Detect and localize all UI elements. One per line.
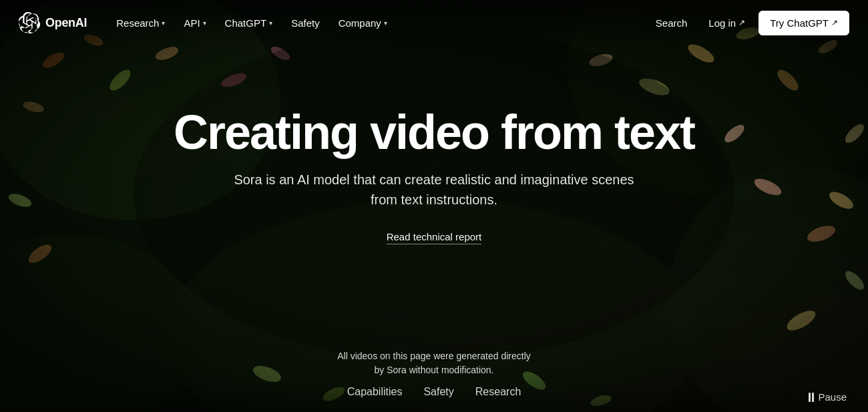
nav-links: Research ▾ API ▾ ChatGPT ▾ Safety Compan…	[108, 12, 648, 34]
hero-section: OpenAI Research ▾ API ▾ ChatGPT ▾ Safety…	[0, 0, 868, 412]
nav-actions: Search Log in ↗ Try ChatGPT ↗	[648, 11, 849, 35]
pause-label: Pause	[818, 391, 847, 403]
hero-subtitle: Sora is an AI model that can create real…	[227, 170, 641, 210]
nav-safety[interactable]: Safety	[283, 12, 328, 34]
pause-icon	[809, 393, 814, 402]
bottom-tabs: Capabilities Safety Research	[347, 382, 521, 403]
nav-company[interactable]: Company ▾	[331, 12, 395, 34]
navigation: OpenAI Research ▾ API ▾ ChatGPT ▾ Safety…	[0, 0, 868, 45]
company-chevron-icon: ▾	[384, 19, 387, 27]
nav-chatgpt[interactable]: ChatGPT ▾	[217, 12, 281, 34]
try-chatgpt-button[interactable]: Try ChatGPT ↗	[758, 11, 849, 35]
research-chevron-icon: ▾	[162, 19, 165, 27]
search-button[interactable]: Search	[648, 12, 696, 34]
login-arrow-icon: ↗	[738, 18, 745, 27]
api-chevron-icon: ▾	[203, 19, 206, 27]
nav-api[interactable]: API ▾	[176, 12, 214, 34]
tab-safety[interactable]: Safety	[423, 382, 453, 403]
logo-text: OpenAI	[45, 16, 87, 30]
try-arrow-icon: ↗	[831, 18, 838, 27]
hero-content: Creating video from text Sora is an AI m…	[147, 108, 721, 285]
nav-research[interactable]: Research ▾	[108, 12, 173, 34]
pause-button[interactable]: Pause	[809, 391, 847, 403]
hero-bottom: Capabilities Safety Research Pause	[0, 383, 868, 412]
hero-note: All videos on this page were generated d…	[337, 349, 531, 377]
login-button[interactable]: Log in ↗	[700, 12, 753, 34]
logo[interactable]: OpenAI	[19, 12, 87, 33]
tab-research[interactable]: Research	[475, 382, 521, 403]
hero-cta-button[interactable]: Read technical report	[387, 231, 482, 244]
openai-logo-icon	[19, 12, 40, 33]
hero-title: Creating video from text	[174, 108, 694, 158]
tab-capabilities[interactable]: Capabilities	[347, 382, 403, 403]
chatgpt-chevron-icon: ▾	[269, 19, 272, 27]
hero-note-area: All videos on this page were generated d…	[337, 349, 531, 377]
